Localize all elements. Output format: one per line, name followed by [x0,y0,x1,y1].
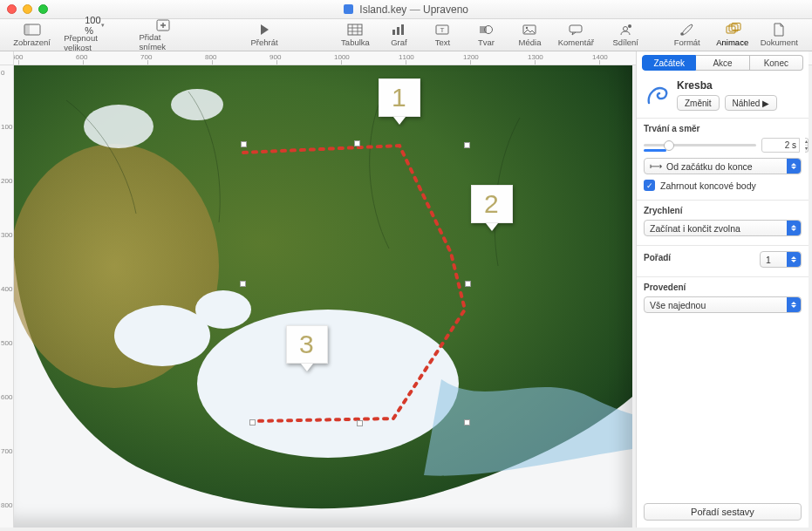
title-bar: Island.key — Upraveno [0,0,812,19]
include-endpoints-checkbox[interactable]: ✓ [644,180,655,191]
order-popup[interactable]: 1 [760,251,802,268]
map-marker-2[interactable]: 2 [471,185,513,231]
svg-point-16 [680,32,684,36]
map-image [14,65,632,528]
preview-button[interactable]: Náhled ▶ [725,95,777,111]
ruler-vertical[interactable]: 0100200300400500600700800 [0,65,14,528]
main-area: 0100200300400500600700800 [0,65,632,528]
change-effect-button[interactable]: Změnit [677,95,720,111]
marker-pointer-icon [486,223,498,231]
easing-popup[interactable]: Začínat i končit zvolna [644,220,802,236]
duration-slider[interactable] [644,144,756,146]
easing-section: Zrychlení Začínat i končit zvolna [637,200,809,245]
plus-icon [154,19,172,31]
document-pane-button[interactable]: Dokument [755,20,803,50]
animate-pane-button[interactable]: Animace [710,20,755,50]
play-label: Přehrát [250,37,277,47]
build-order-button[interactable]: Pořadí sestavy [644,503,802,521]
selection-handle[interactable] [465,281,471,287]
shape-icon [477,23,495,37]
include-endpoints-label: Zahrnout koncové body [660,180,756,191]
tab-begin[interactable]: Začátek [642,55,696,71]
slide-canvas[interactable]: 1 2 3 [14,65,632,528]
selection-handle[interactable] [464,142,470,148]
selection-handle[interactable] [240,281,246,287]
comment-icon [567,23,584,37]
effect-name: Kresba [677,79,802,92]
window-controls [7,4,48,14]
comment-label: Komentář [558,37,594,47]
view-icon [24,23,41,37]
zoom-menu[interactable]: 100 % ▾ Přepnout velikost [58,20,130,50]
delivery-value: Vše najednou [650,300,706,310]
order-header: Pořadí [644,253,671,262]
media-icon [521,23,538,37]
duration-section: Trvání a směr ▴▾ ⟼ Od začátku do konce ✓… [637,118,809,200]
tab-end[interactable]: Konec [750,55,803,71]
document-pane-icon [770,23,788,37]
duration-stepper[interactable]: ▴▾ [805,138,809,153]
marker-number: 2 [484,189,500,218]
map-marker-1[interactable]: 1 [379,78,420,125]
svg-point-15 [628,24,631,28]
selection-handle[interactable] [354,140,360,146]
build-tabs: Začátek Akce Konec [642,55,803,71]
chart-icon [390,23,407,37]
share-icon [617,23,634,37]
view-button[interactable]: Zobrazení [9,20,55,50]
animate-label: Animace [716,37,748,47]
format-pane-button[interactable]: Formát [665,20,710,50]
svg-point-22 [197,310,459,458]
popup-arrows-icon [787,159,801,174]
order-section: Pořadí 1 [637,245,809,276]
ruler-horizontal[interactable]: 50060070080090010001100120013001400 [14,51,632,65]
table-label: Tabulka [341,37,370,47]
order-value: 1 [766,255,771,265]
direction-arrow-icon: ⟼ [650,161,662,171]
popup-arrows-icon [787,221,801,235]
comment-button[interactable]: Komentář [553,20,598,50]
svg-text:T: T [440,26,445,34]
selection-handle[interactable] [249,419,256,425]
popup-arrows-icon [787,252,801,267]
svg-rect-3 [348,24,362,35]
minimize-window-button[interactable] [23,4,32,14]
marker-pointer-icon [301,364,313,371]
svg-rect-4 [392,30,395,35]
shape-button[interactable]: Tvar [466,20,506,50]
delivery-section: Provedení Vše najednou [637,276,809,322]
play-icon [256,23,273,37]
effect-preview-icon [644,82,670,108]
selection-handle[interactable] [464,419,470,425]
zoom-window-button[interactable] [38,4,48,14]
tab-action[interactable]: Akce [696,55,749,71]
selection-handle[interactable] [357,420,363,426]
add-slide-label: Přidat snímek [140,32,188,51]
easing-header: Zrychlení [644,206,802,215]
direction-popup[interactable]: ⟼ Od začátku do konce [644,158,802,174]
duration-header: Trvání a směr [644,124,802,133]
play-button[interactable]: Přehrát [212,20,317,50]
text-icon: T [433,23,451,37]
view-label: Zobrazení [13,37,51,47]
svg-rect-1 [24,24,30,35]
document-icon [344,4,353,14]
shape-label: Tvar [478,37,495,47]
animate-icon [724,23,741,37]
share-button[interactable]: Sdílení [605,20,645,50]
media-button[interactable]: Média [509,20,549,50]
table-icon [346,23,364,37]
selection-handle[interactable] [241,141,247,147]
chart-button[interactable]: Graf [379,20,419,50]
map-marker-3[interactable]: 3 [286,325,328,371]
share-label: Sdílení [612,37,638,47]
table-button[interactable]: Tabulka [335,20,375,50]
close-window-button[interactable] [7,4,17,14]
scrollbar-horizontal[interactable] [14,528,632,531]
document-label: Dokument [761,37,798,47]
duration-field[interactable] [761,138,800,153]
marker-pointer-icon [393,117,406,125]
delivery-popup[interactable]: Vše najednou [644,296,802,313]
text-button[interactable]: T Text [422,20,462,50]
add-slide-button[interactable]: Přidat snímek [134,20,194,50]
